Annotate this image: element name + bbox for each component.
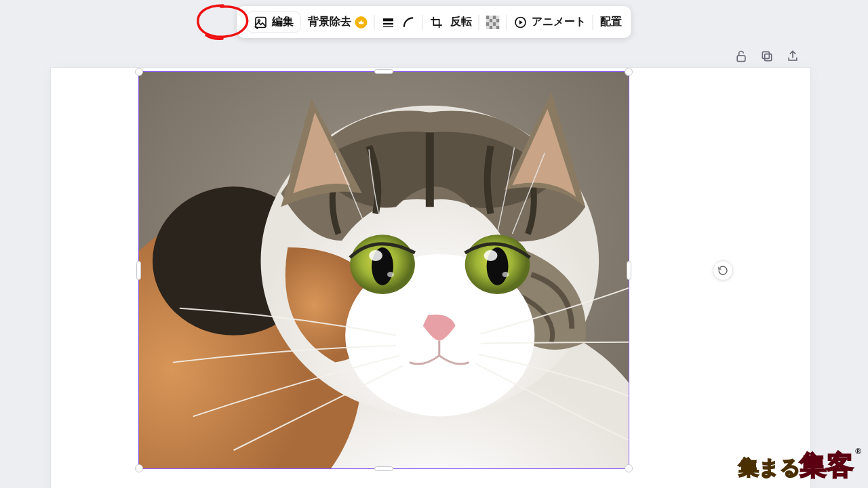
crop-icon (430, 16, 443, 29)
crown-icon (355, 16, 368, 28)
line-weight-icon (382, 16, 395, 29)
rotate-handle[interactable] (713, 260, 733, 281)
animate-button[interactable]: アニメート (514, 15, 586, 29)
resize-handle-bl[interactable] (135, 464, 143, 472)
resize-handle-br[interactable] (625, 464, 633, 472)
bg-remove-label: 背景除去 (308, 15, 351, 29)
unlock-button[interactable] (734, 49, 749, 64)
svg-rect-12 (496, 26, 500, 29)
svg-rect-13 (490, 16, 493, 19)
watermark-reg: ® (855, 447, 861, 456)
svg-rect-22 (737, 56, 745, 61)
svg-rect-6 (493, 16, 496, 19)
svg-rect-14 (496, 16, 500, 19)
animate-icon (514, 16, 528, 29)
image-toolbar: 編集 背景除去 反転 (237, 6, 631, 38)
transparency-icon (486, 16, 500, 29)
svg-point-35 (369, 250, 382, 261)
separator (593, 15, 593, 30)
svg-rect-9 (486, 22, 490, 26)
svg-rect-15 (486, 19, 490, 22)
edit-button[interactable]: 編集 (247, 12, 301, 33)
selected-image[interactable] (138, 71, 629, 469)
resize-handle-b[interactable] (374, 466, 393, 471)
svg-point-37 (387, 272, 394, 277)
separator (479, 15, 479, 30)
edit-label: 編集 (272, 15, 294, 29)
share-button[interactable] (785, 49, 800, 64)
svg-point-38 (502, 272, 509, 277)
edit-image-icon (254, 16, 268, 29)
svg-rect-23 (765, 54, 772, 61)
svg-rect-8 (496, 19, 500, 22)
svg-rect-3 (383, 22, 393, 24)
svg-rect-2 (383, 18, 393, 21)
resize-handle-tr[interactable] (625, 68, 633, 76)
svg-point-1 (258, 20, 260, 22)
flip-label: 反転 (450, 15, 472, 29)
crop-button[interactable] (430, 16, 443, 29)
flip-button[interactable]: 反転 (450, 15, 472, 29)
svg-rect-17 (490, 22, 493, 26)
position-button[interactable]: 配置 (600, 15, 622, 29)
resize-handle-t[interactable] (374, 69, 393, 74)
position-label: 配置 (600, 15, 622, 29)
page-actions (734, 49, 800, 64)
corner-radius-icon (402, 16, 416, 29)
duplicate-button[interactable] (760, 49, 774, 64)
bg-remove-button[interactable]: 背景除去 (308, 15, 368, 29)
resize-handle-r[interactable] (627, 261, 631, 280)
svg-rect-11 (490, 26, 493, 29)
svg-rect-24 (762, 52, 769, 58)
transparency-button[interactable] (486, 16, 500, 29)
svg-rect-19 (486, 26, 490, 29)
svg-rect-4 (383, 26, 393, 26)
animate-label: アニメート (532, 15, 586, 29)
svg-rect-10 (493, 22, 496, 26)
separator (507, 15, 507, 30)
corner-radius-button[interactable] (402, 16, 416, 29)
separator (374, 15, 375, 30)
line-weight-button[interactable] (382, 16, 395, 29)
svg-rect-5 (486, 16, 490, 19)
svg-rect-0 (256, 17, 266, 27)
svg-rect-16 (493, 19, 496, 22)
svg-rect-7 (490, 19, 493, 22)
resize-handle-l[interactable] (136, 261, 141, 280)
cat-photo[interactable] (139, 72, 629, 468)
svg-rect-18 (496, 22, 500, 26)
svg-rect-20 (493, 26, 496, 29)
svg-point-36 (484, 250, 498, 261)
separator (422, 15, 423, 30)
resize-handle-tl[interactable] (135, 68, 143, 76)
